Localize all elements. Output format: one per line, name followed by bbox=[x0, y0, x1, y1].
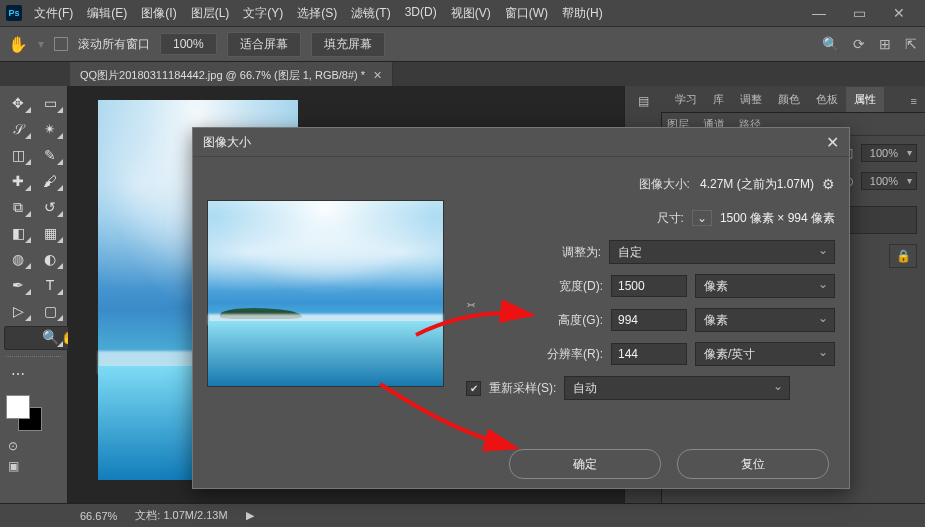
app-logo: Ps bbox=[6, 5, 22, 21]
dimensions-value: 1500 像素 × 994 像素 bbox=[720, 210, 835, 227]
height-unit-select[interactable]: 像素 bbox=[695, 308, 835, 332]
dodge-tool-icon[interactable]: ◐ bbox=[36, 248, 64, 270]
stamp-tool-icon[interactable]: ⧉ bbox=[4, 196, 32, 218]
menu-select[interactable]: 选择(S) bbox=[297, 5, 337, 22]
height-input[interactable] bbox=[611, 309, 687, 331]
resample-label: 重新采样(S): bbox=[489, 380, 556, 397]
menu-filter[interactable]: 滤镜(T) bbox=[351, 5, 390, 22]
image-size-dialog: 图像大小 ✕ 图像大小: 4.27M (之前为1.07M) ⚙ 尺寸: ⌄ bbox=[192, 127, 850, 489]
dialog-title: 图像大小 bbox=[203, 134, 251, 151]
app-titlebar: Ps 文件(F) 编辑(E) 图像(I) 图层(L) 文字(Y) 选择(S) 滤… bbox=[0, 0, 925, 26]
menu-layer[interactable]: 图层(L) bbox=[191, 5, 230, 22]
reset-button[interactable]: 复位 bbox=[677, 449, 829, 479]
menu-view[interactable]: 视图(V) bbox=[451, 5, 491, 22]
panel-fill-select[interactable]: 100% bbox=[861, 172, 917, 190]
edit-toolbar-icon[interactable]: ⋯ bbox=[4, 363, 32, 385]
shape-tool-icon[interactable]: ▢ bbox=[36, 300, 64, 322]
menu-image[interactable]: 图像(I) bbox=[141, 5, 176, 22]
ok-button[interactable]: 确定 bbox=[509, 449, 661, 479]
window-maximize-button[interactable]: ▭ bbox=[845, 5, 873, 21]
window-close-button[interactable]: ✕ bbox=[885, 5, 913, 21]
height-label: 高度(G): bbox=[558, 312, 603, 329]
pen-tool-icon[interactable]: ✒ bbox=[4, 274, 32, 296]
menu-type[interactable]: 文字(Y) bbox=[243, 5, 283, 22]
share-icon[interactable]: ⇱ bbox=[905, 36, 917, 52]
window-controls: — ▭ ✕ bbox=[805, 5, 919, 21]
width-input[interactable] bbox=[611, 275, 687, 297]
document-tab-title: QQ图片20180311184442.jpg @ 66.7% (图层 1, RG… bbox=[80, 68, 365, 83]
marquee-tool-icon[interactable]: ▭ bbox=[36, 92, 64, 114]
image-size-label: 图像大小: bbox=[639, 177, 690, 191]
lasso-tool-icon[interactable]: 𝒮 bbox=[4, 118, 32, 140]
panel-menu-icon[interactable]: ≡ bbox=[903, 90, 925, 112]
scroll-all-label: 滚动所有窗口 bbox=[78, 36, 150, 53]
lock-icon[interactable]: 🔒 bbox=[889, 244, 917, 268]
blur-tool-icon[interactable]: ◍ bbox=[4, 248, 32, 270]
foreground-color-swatch[interactable] bbox=[6, 395, 30, 419]
document-tab[interactable]: QQ图片20180311184442.jpg @ 66.7% (图层 1, RG… bbox=[70, 62, 393, 88]
resolution-unit-select[interactable]: 像素/英寸 bbox=[695, 342, 835, 366]
fit-to-select[interactable]: 自定 bbox=[609, 240, 835, 264]
path-select-tool-icon[interactable]: ▷ bbox=[4, 300, 32, 322]
eyedropper-tool-icon[interactable]: ✎ bbox=[36, 144, 64, 166]
status-chevron-icon[interactable]: ▶ bbox=[246, 509, 254, 522]
crop-tool-icon[interactable]: ◫ bbox=[4, 144, 32, 166]
dimensions-label: 尺寸: bbox=[657, 210, 684, 227]
panel-icon-1[interactable]: ▤ bbox=[638, 94, 649, 108]
scroll-all-checkbox[interactable] bbox=[54, 37, 68, 51]
resolution-label: 分辨率(R): bbox=[547, 346, 603, 363]
menu-edit[interactable]: 编辑(E) bbox=[87, 5, 127, 22]
window-minimize-button[interactable]: — bbox=[805, 5, 833, 21]
panel-tabs: 学习 库 调整 颜色 色板 属性 ≡ bbox=[661, 86, 925, 113]
search-icon[interactable]: 🔍 bbox=[822, 36, 839, 52]
screenmode-icon[interactable]: ▣ bbox=[8, 459, 63, 473]
dialog-close-icon[interactable]: ✕ bbox=[826, 133, 839, 152]
status-zoom[interactable]: 66.67% bbox=[80, 510, 117, 522]
zoom-100-button[interactable]: 100% bbox=[160, 33, 217, 55]
dimensions-dropdown-icon[interactable]: ⌄ bbox=[692, 210, 712, 226]
menu-3d[interactable]: 3D(D) bbox=[405, 5, 437, 22]
menu-window[interactable]: 窗口(W) bbox=[505, 5, 548, 22]
dialog-preview-image bbox=[207, 200, 444, 387]
dialog-titlebar[interactable]: 图像大小 ✕ bbox=[193, 128, 849, 157]
dialog-footer: 确定 复位 bbox=[193, 440, 849, 488]
color-swatches[interactable] bbox=[4, 393, 44, 429]
tab-learn[interactable]: 学习 bbox=[667, 87, 705, 112]
gradient-tool-icon[interactable]: ▦ bbox=[36, 222, 64, 244]
fill-screen-button[interactable]: 填充屏幕 bbox=[311, 32, 385, 57]
tab-color[interactable]: 颜色 bbox=[770, 87, 808, 112]
zoom-tool-icon[interactable]: 🔍 bbox=[36, 326, 64, 348]
tab-adjust[interactable]: 调整 bbox=[732, 87, 770, 112]
width-label: 宽度(D): bbox=[559, 278, 603, 295]
close-tab-icon[interactable]: ✕ bbox=[373, 69, 382, 82]
width-unit-select[interactable]: 像素 bbox=[695, 274, 835, 298]
menu-help[interactable]: 帮助(H) bbox=[562, 5, 603, 22]
link-constrain-icon[interactable]: ⟗ bbox=[462, 274, 480, 332]
resolution-input[interactable] bbox=[611, 343, 687, 365]
tab-swatch[interactable]: 色板 bbox=[808, 87, 846, 112]
resample-select[interactable]: 自动 bbox=[564, 376, 790, 400]
tab-library[interactable]: 库 bbox=[705, 87, 732, 112]
tab-properties[interactable]: 属性 bbox=[846, 87, 884, 112]
brush-tool-icon[interactable]: 🖌 bbox=[36, 170, 64, 192]
healing-tool-icon[interactable]: ✚ bbox=[4, 170, 32, 192]
dialog-form: 图像大小: 4.27M (之前为1.07M) ⚙ 尺寸: ⌄ 1500 像素 ×… bbox=[462, 170, 835, 426]
status-bar: 66.67% 文档: 1.07M/2.13M ▶ bbox=[0, 503, 925, 527]
eraser-tool-icon[interactable]: ◧ bbox=[4, 222, 32, 244]
grid-view-icon[interactable]: ⊞ bbox=[879, 36, 891, 52]
options-bar: ✋ ▾ 滚动所有窗口 100% 适合屏幕 填充屏幕 🔍 ⟳ ⊞ ⇱ bbox=[0, 26, 925, 62]
history-brush-tool-icon[interactable]: ↺ bbox=[36, 196, 64, 218]
fit-screen-button[interactable]: 适合屏幕 bbox=[227, 32, 301, 57]
type-tool-icon[interactable]: T bbox=[36, 274, 64, 296]
move-tool-icon[interactable]: ✥ bbox=[4, 92, 32, 114]
document-tab-bar: QQ图片20180311184442.jpg @ 66.7% (图层 1, RG… bbox=[0, 62, 925, 89]
gear-icon[interactable]: ⚙ bbox=[822, 176, 835, 192]
panel-opacity-select[interactable]: 100% bbox=[861, 144, 917, 162]
toolbox: ✥ ▭ 𝒮 ✴ ◫ ✎ ✚ 🖌 ⧉ ↺ ◧ ▦ ◍ ◐ ✒ T ▷ ▢ ✋ 🔍 … bbox=[0, 86, 68, 504]
history-icon[interactable]: ⟳ bbox=[853, 36, 865, 52]
menu-file[interactable]: 文件(F) bbox=[34, 5, 73, 22]
resample-checkbox[interactable]: ✔ bbox=[466, 381, 481, 396]
quickmask-icon[interactable]: ⊙ bbox=[8, 439, 63, 453]
quick-select-tool-icon[interactable]: ✴ bbox=[36, 118, 64, 140]
image-size-value: 4.27M bbox=[700, 177, 733, 191]
